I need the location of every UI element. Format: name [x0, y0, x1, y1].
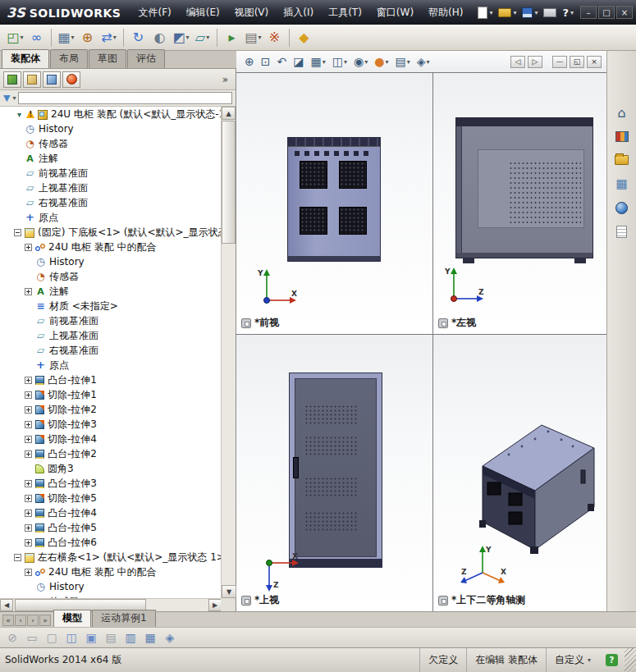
hide-show-items-button[interactable]: ◉▾ [352, 55, 369, 68]
open-document-button[interactable]: ▾ [496, 7, 518, 19]
minimize-button[interactable]: – [580, 6, 597, 19]
scroll-right-button[interactable]: ▶ [208, 599, 222, 611]
maximize-button[interactable]: □ [598, 6, 615, 19]
configurationmanager-tab[interactable] [43, 71, 61, 88]
tree-expander-plus[interactable] [25, 569, 32, 576]
scroll-left-button[interactable]: ◀ [0, 599, 13, 611]
featuremanager-design-tree-tab[interactable] [3, 71, 21, 88]
tree-expander-plus[interactable] [25, 377, 32, 384]
tree-item[interactable]: 切除-拉伸5 [0, 491, 222, 505]
scroll-last-tab-button[interactable]: » [39, 615, 51, 626]
solidworks-resources-tab[interactable]: ⌂ [611, 103, 633, 121]
tree-expander-plus[interactable] [25, 436, 32, 443]
tree-item[interactable]: (固定) 下底板<1> (默认<默认>_显示状态 [0, 225, 222, 240]
panel-expand-chevron[interactable]: » [222, 74, 232, 85]
tab-motion-study-1[interactable]: 运动算例1 [92, 610, 156, 627]
tree-item[interactable]: 前视基准面 [0, 166, 222, 181]
menu-view[interactable]: 视图(V) [227, 0, 277, 25]
tab-layout[interactable]: 布局 [50, 49, 88, 68]
cabinet-model-top-view[interactable] [289, 373, 382, 568]
new-document-button[interactable]: ▾ [476, 5, 494, 21]
tree-item[interactable]: 凸台-拉伸6 [0, 535, 222, 550]
bill-of-materials-button[interactable]: ▤▾ [243, 27, 263, 48]
print-document-button[interactable] [542, 7, 558, 19]
tree-item[interactable]: 凸台-拉伸1 [0, 373, 222, 387]
mate-button[interactable]: ∞ [26, 27, 47, 48]
status-custom[interactable]: 自定义▾ [546, 648, 599, 672]
scroll-up-button[interactable]: ▲ [222, 107, 236, 120]
help-button[interactable]: ?▾ [561, 5, 575, 21]
status-help-badge[interactable]: ? [606, 654, 618, 666]
tree-item[interactable]: 左右横条<1> (默认<默认>_显示状态 1>) [0, 550, 222, 565]
section-view-button[interactable]: ◪ [291, 55, 305, 68]
scroll-down-button[interactable]: ▼ [222, 585, 236, 598]
design-library-tab[interactable] [611, 127, 633, 145]
rotate-component-button[interactable]: ↻ [128, 27, 149, 48]
tree-expander-plus[interactable] [25, 495, 32, 502]
tree-item[interactable]: 前视基准面 [0, 313, 222, 328]
tree-expander-plus[interactable] [25, 288, 32, 295]
save-document-button[interactable]: ▾ [520, 6, 539, 20]
tree-item[interactable]: 原点 [0, 210, 222, 225]
tree-item[interactable]: 切除-拉伸4 [0, 432, 222, 446]
tree-item[interactable]: 凸台-拉伸2 [0, 446, 222, 461]
tile-vertically-button[interactable]: ▥ [121, 629, 140, 646]
scroll-first-tab-button[interactable]: « [2, 615, 14, 626]
tree-filter-input[interactable] [18, 92, 232, 104]
tree-expander-plus[interactable] [25, 450, 32, 458]
filter-dropdown-icon[interactable]: ▾ [12, 94, 16, 102]
instant3d-button[interactable]: ◆ [294, 27, 314, 48]
linear-component-pattern-button[interactable]: ▦▾ [56, 27, 76, 48]
tab-sketch[interactable]: 草图 [89, 49, 126, 68]
tree-expander-plus[interactable] [25, 480, 32, 487]
tree-item[interactable]: 凸台-拉伸3 [0, 476, 222, 491]
menu-window[interactable]: 窗口(W) [369, 0, 421, 25]
view-settings-button[interactable]: ◈▾ [415, 55, 432, 68]
tree-expander-minus[interactable] [14, 554, 21, 561]
tree-item[interactable]: 凸台-拉伸4 [0, 505, 222, 520]
appearances-scenes-tab[interactable] [611, 199, 633, 217]
viewport-left[interactable]: Y Z *左视 [433, 73, 606, 334]
tree-item[interactable]: 材质 <未指定> [0, 299, 222, 313]
new-motion-study-button[interactable]: ▸ [222, 27, 242, 48]
tree-expander-plus[interactable] [25, 244, 32, 251]
vertical-scroll-thumb[interactable] [222, 121, 236, 244]
cabinet-model-front-view[interactable] [287, 137, 381, 262]
insert-component-button[interactable]: ◰▾ [5, 27, 25, 48]
doc-close-button[interactable]: × [587, 56, 602, 68]
tree-expander-plus[interactable] [25, 524, 32, 532]
assembly-features-button[interactable]: ◩▾ [171, 27, 191, 48]
exploded-view-button[interactable]: ※ [264, 27, 285, 48]
tree-expander-plus[interactable] [25, 539, 32, 546]
tree-item[interactable]: History [0, 579, 222, 594]
full-screen-button[interactable]: ◈ [161, 629, 179, 646]
viewport-isometric[interactable]: Y X Z *上下二等角轴测 [433, 335, 606, 611]
edit-appearance-button[interactable]: ●▾ [373, 55, 390, 68]
tree-item[interactable]: 凸台-拉伸5 [0, 520, 222, 535]
tree-item[interactable]: 24U 电柜 装配 (默认<默认_显示状态-1>) [0, 107, 222, 121]
doc-minimize-button[interactable]: — [552, 56, 567, 68]
tree-item[interactable]: 传感器 [0, 269, 222, 284]
apply-scene-button[interactable]: ▤▾ [393, 55, 411, 68]
tree-item[interactable]: History [0, 121, 222, 136]
menu-tools[interactable]: 工具(T) [321, 0, 369, 25]
viewport-layout-button[interactable]: ▦ [141, 629, 159, 646]
tree-item[interactable]: 右视基准面 [0, 343, 222, 358]
cascade-windows-button[interactable]: ▣ [82, 629, 100, 646]
tree-expander-plus[interactable] [25, 510, 32, 517]
view-orientation-button[interactable]: ▦▾ [309, 55, 327, 68]
tab-assembly[interactable]: 装配体 [2, 49, 49, 68]
reference-geometry-button[interactable]: ▱▾ [192, 27, 213, 48]
viewport-top[interactable]: X Z *上视 [236, 335, 432, 611]
display-style-button[interactable]: ◫▾ [331, 55, 349, 68]
doc-previous-button[interactable]: ◁ [510, 56, 525, 68]
previous-view-button[interactable]: ↶ [275, 55, 288, 68]
doc-restore-button[interactable]: ◱ [570, 56, 584, 68]
menu-insert[interactable]: 插入(I) [276, 0, 321, 25]
tree-item[interactable]: 24U 电柜 装配 中的配合 [0, 240, 222, 254]
show-hidden-components-button[interactable]: ◐ [149, 27, 170, 48]
zoom-to-area-button[interactable]: ⊡ [259, 55, 272, 68]
tree-item[interactable]: 右视基准面 [0, 195, 222, 210]
zoom-to-fit-button[interactable]: ⊕ [243, 55, 256, 68]
cabinet-model-left-view[interactable] [455, 117, 593, 258]
